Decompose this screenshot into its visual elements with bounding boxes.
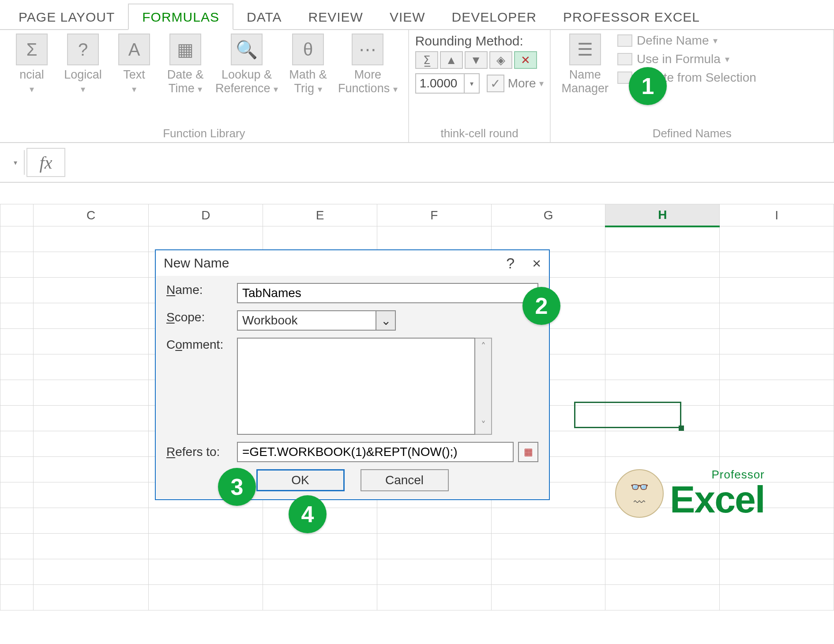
- namebox-dropdown[interactable]: ▾: [7, 150, 25, 175]
- btn-logical[interactable]: ? Logical▾: [62, 34, 104, 95]
- cell[interactable]: [377, 508, 491, 534]
- cell[interactable]: [605, 226, 720, 252]
- cell[interactable]: [33, 585, 149, 610]
- cell[interactable]: [605, 329, 720, 354]
- cell[interactable]: [720, 354, 834, 380]
- cell[interactable]: [263, 559, 377, 585]
- cell[interactable]: [33, 457, 149, 482]
- spreadsheet[interactable]: CDEFGHI New Name ? × Name: Scope: Workbo…: [0, 204, 834, 610]
- cell[interactable]: [0, 431, 34, 457]
- cell[interactable]: [33, 303, 149, 329]
- thinkcell-precision[interactable]: ▾: [415, 73, 480, 94]
- btn-math-trig[interactable]: θ Math &Trig ▾: [287, 34, 329, 95]
- thinkcell-more[interactable]: ✓ More ▾: [487, 75, 544, 92]
- cell[interactable]: [377, 585, 491, 610]
- cell[interactable]: [491, 508, 605, 534]
- cell[interactable]: [377, 226, 491, 252]
- formula-input[interactable]: [70, 148, 834, 177]
- cell[interactable]: [0, 482, 34, 508]
- cell[interactable]: [720, 226, 834, 252]
- cell[interactable]: [33, 226, 149, 252]
- cell[interactable]: [0, 380, 34, 406]
- btn-financial[interactable]: Σ ncial▾: [11, 34, 53, 95]
- column-header[interactable]: D: [149, 204, 263, 226]
- cancel-button[interactable]: Cancel: [361, 469, 449, 491]
- cell[interactable]: [33, 252, 149, 278]
- dialog-titlebar[interactable]: New Name ? ×: [156, 250, 549, 276]
- cell[interactable]: [491, 534, 605, 559]
- input-refers-to[interactable]: [237, 442, 514, 462]
- cell[interactable]: [0, 278, 34, 303]
- cell[interactable]: [720, 431, 834, 457]
- insert-function-button[interactable]: fx: [26, 148, 65, 177]
- cell[interactable]: [0, 534, 34, 559]
- cell[interactable]: [33, 534, 149, 559]
- cell[interactable]: [605, 252, 720, 278]
- cell[interactable]: [33, 354, 149, 380]
- help-button[interactable]: ?: [506, 255, 515, 272]
- tab-data[interactable]: DATA: [233, 4, 295, 29]
- cell[interactable]: [33, 380, 149, 406]
- cell[interactable]: [33, 559, 149, 585]
- tab-developer[interactable]: DEVELOPER: [439, 4, 550, 29]
- cell[interactable]: [720, 380, 834, 406]
- cell[interactable]: [605, 278, 720, 303]
- cell[interactable]: [491, 585, 605, 610]
- close-button[interactable]: ×: [532, 255, 541, 272]
- column-header[interactable]: [0, 204, 34, 226]
- cell[interactable]: [149, 534, 263, 559]
- input-name[interactable]: [237, 283, 538, 303]
- cell[interactable]: [720, 278, 834, 303]
- chevron-down-icon[interactable]: ▾: [464, 74, 479, 93]
- textarea-comment[interactable]: [237, 338, 475, 435]
- cell[interactable]: [149, 585, 263, 610]
- btn-text[interactable]: A Text▾: [113, 34, 155, 95]
- cell[interactable]: [149, 226, 263, 252]
- cell[interactable]: [0, 226, 34, 252]
- btn-more-functions[interactable]: ⋯ MoreFunctions ▾: [338, 34, 398, 95]
- ok-button[interactable]: OK: [256, 469, 345, 491]
- cell[interactable]: [0, 559, 34, 585]
- cell[interactable]: [720, 303, 834, 329]
- cell[interactable]: [0, 508, 34, 534]
- cell[interactable]: [0, 354, 34, 380]
- cell[interactable]: [149, 508, 263, 534]
- thinkcell-precision-input[interactable]: [416, 74, 464, 93]
- cell[interactable]: [33, 329, 149, 354]
- cell[interactable]: [263, 585, 377, 610]
- cell[interactable]: [605, 354, 720, 380]
- cell[interactable]: [33, 508, 149, 534]
- scroll-down-icon[interactable]: ˅: [481, 420, 486, 431]
- column-header[interactable]: H: [605, 204, 720, 226]
- cell[interactable]: [33, 278, 149, 303]
- cell[interactable]: [149, 559, 263, 585]
- cell[interactable]: [263, 226, 377, 252]
- cell[interactable]: [0, 303, 34, 329]
- tab-formulas[interactable]: FORMULAS: [128, 4, 233, 30]
- thinkcell-method-2[interactable]: ▲: [440, 51, 463, 69]
- btn-lookup-reference[interactable]: 🔍 Lookup &Reference ▾: [215, 34, 278, 95]
- collapse-dialog-button[interactable]: ▦: [518, 442, 538, 462]
- cell[interactable]: [0, 252, 34, 278]
- column-header[interactable]: C: [33, 204, 149, 226]
- column-header[interactable]: F: [377, 204, 491, 226]
- cell[interactable]: [605, 534, 720, 559]
- thinkcell-method-1[interactable]: Σ̲: [415, 51, 438, 69]
- thinkcell-method-4[interactable]: ◈: [489, 51, 512, 69]
- cell[interactable]: [0, 329, 34, 354]
- cell[interactable]: [605, 303, 720, 329]
- column-header[interactable]: E: [263, 204, 377, 226]
- btn-define-name[interactable]: Define Name ▾: [617, 34, 756, 48]
- cell[interactable]: [0, 457, 34, 482]
- column-header[interactable]: G: [491, 204, 605, 226]
- select-scope[interactable]: Workbook ⌄: [237, 310, 396, 331]
- tab-review[interactable]: REVIEW: [295, 4, 376, 29]
- tab-page-layout[interactable]: PAGE LAYOUT: [5, 4, 128, 29]
- cell[interactable]: [720, 559, 834, 585]
- fill-handle[interactable]: [679, 426, 684, 431]
- btn-use-in-formula[interactable]: Use in Formula ▾: [617, 52, 756, 66]
- cell[interactable]: [720, 252, 834, 278]
- btn-name-manager[interactable]: ☰ Name Manager: [561, 34, 609, 95]
- cell[interactable]: [491, 226, 605, 252]
- cell[interactable]: [605, 559, 720, 585]
